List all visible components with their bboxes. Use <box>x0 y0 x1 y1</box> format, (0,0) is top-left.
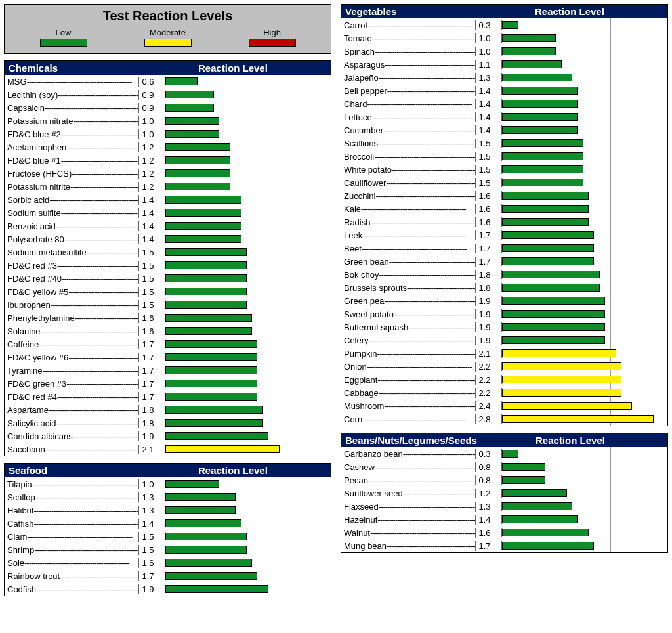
item-name-cell: White potato ---------------------------… <box>344 165 475 175</box>
bar-area <box>501 349 665 358</box>
item-name-cell: FD&C red #40 ---------------------------… <box>7 274 138 284</box>
item-name-cell: Butternut squash -----------------------… <box>344 322 475 332</box>
bar-area <box>501 528 665 537</box>
bar-area <box>501 217 665 227</box>
item-name-cell: Kale -----------------------------------… <box>344 204 475 214</box>
dash-fill: ----------------------------------------… <box>370 217 475 227</box>
item-name: Sorbic acid <box>7 195 49 205</box>
data-row: Cabbage --------------------------------… <box>341 386 667 399</box>
dash-fill: ----------------------------------------… <box>87 248 139 257</box>
bar-area <box>501 112 665 121</box>
data-row: Tilapia --------------------------------… <box>5 477 331 491</box>
item-name: Potassium nitrite <box>7 182 70 192</box>
item-name-cell: Beet -----------------------------------… <box>344 244 475 253</box>
item-value: 2.8 <box>475 414 501 424</box>
data-row: FD&C blue #2 ---------------------------… <box>5 127 331 141</box>
dash-fill: ----------------------------------------… <box>368 20 475 30</box>
rows: Carrot ---------------------------------… <box>341 18 667 426</box>
item-value: 2.2 <box>475 388 501 398</box>
item-name-cell: Tilapia --------------------------------… <box>7 479 138 489</box>
dash-fill: ----------------------------------------… <box>57 392 139 402</box>
bar-area <box>501 388 665 397</box>
dash-fill: ----------------------------------------… <box>64 234 139 244</box>
bar <box>502 515 578 523</box>
bar <box>165 546 247 554</box>
dash-fill: ----------------------------------------… <box>58 90 138 100</box>
item-name-cell: Rainbow trout --------------------------… <box>7 571 138 581</box>
item-value: 1.7 <box>475 541 501 551</box>
item-name: Scallop <box>7 492 35 502</box>
data-row: Lettuce --------------------------------… <box>341 110 667 123</box>
rows: Tilapia --------------------------------… <box>5 477 331 596</box>
bar <box>502 74 573 81</box>
dash-fill: ----------------------------------------… <box>362 244 476 253</box>
item-value: 1.5 <box>475 139 501 148</box>
item-value: 1.0 <box>138 129 164 139</box>
bar <box>502 205 589 213</box>
bar-area <box>165 116 328 125</box>
section-vegetables: VegetablesReaction LevelCarrot ---------… <box>341 4 668 426</box>
bar <box>502 192 589 200</box>
dash-fill: ----------------------------------------… <box>49 195 138 205</box>
dash-fill: ----------------------------------------… <box>41 326 139 336</box>
bar-area <box>501 86 665 95</box>
item-name: Jalapeño <box>344 73 379 83</box>
bar-area <box>165 418 328 427</box>
item-value: 2.2 <box>475 375 501 385</box>
item-name-cell: Benzoic acid ---------------------------… <box>7 221 138 231</box>
legend-moderate-swatch <box>144 39 192 47</box>
data-row: Pumpkin --------------------------------… <box>341 347 667 360</box>
item-value: 1.4 <box>475 99 501 109</box>
dash-fill: ----------------------------------------… <box>34 545 138 555</box>
item-name-cell: FD&C blue #2 ---------------------------… <box>7 129 138 139</box>
section-seafood: SeafoodReaction LevelTilapia -----------… <box>4 463 331 596</box>
item-value: 1.6 <box>138 313 164 323</box>
bar <box>502 271 600 278</box>
item-value: 1.3 <box>138 506 164 515</box>
item-name: FD&C blue #1 <box>7 156 61 165</box>
dash-fill: ----------------------------------------… <box>394 309 476 319</box>
data-row: Beet -----------------------------------… <box>341 242 667 255</box>
dash-fill: ----------------------------------------… <box>367 99 475 109</box>
item-name-cell: Zucchini -------------------------------… <box>344 191 475 201</box>
bar-area <box>165 558 328 567</box>
item-name-cell: Cashew ---------------------------------… <box>344 462 475 472</box>
item-name-cell: Cauliflower ----------------------------… <box>344 178 475 188</box>
rows: Garbanzo bean --------------------------… <box>341 447 667 552</box>
item-name-cell: Cucumber -------------------------------… <box>344 125 475 135</box>
bar <box>502 257 595 265</box>
item-name-cell: Leek -----------------------------------… <box>344 230 475 240</box>
dash-fill: ----------------------------------------… <box>56 221 139 231</box>
item-name: Radish <box>344 217 370 227</box>
item-name-cell: Pumpkin --------------------------------… <box>344 349 475 359</box>
bar <box>165 274 247 282</box>
item-value: 1.7 <box>138 571 164 581</box>
bar-area <box>501 152 665 161</box>
item-value: 1.4 <box>138 519 164 529</box>
item-name: Sweet potato <box>344 309 394 319</box>
item-name: Leek <box>344 230 362 240</box>
dash-fill: ----------------------------------------… <box>61 156 139 165</box>
item-name: Benzoic acid <box>7 221 56 231</box>
item-value: 1.2 <box>138 156 164 165</box>
item-value: 1.4 <box>475 125 501 135</box>
bar-area <box>165 274 328 283</box>
item-name: Aspartame <box>7 405 49 415</box>
item-value: 1.1 <box>475 60 501 70</box>
data-row: Zucchini -------------------------------… <box>341 189 667 202</box>
bar-area <box>165 90 328 99</box>
item-name: Sunflower seed <box>344 489 403 498</box>
dash-fill: ----------------------------------------… <box>39 339 138 349</box>
item-name-cell: Corn -----------------------------------… <box>344 414 475 424</box>
bar <box>165 493 236 501</box>
item-name-cell: Sodium sulfite -------------------------… <box>7 208 138 218</box>
bar <box>502 323 605 331</box>
item-name: Codfish <box>7 584 36 594</box>
item-name: Walnut <box>344 528 370 538</box>
data-row: Sweet potato ---------------------------… <box>341 307 667 320</box>
item-value: 1.6 <box>138 326 164 336</box>
data-row: Sodium metabisulfite -------------------… <box>5 246 331 259</box>
item-value: 1.5 <box>138 248 164 257</box>
item-name: Eggplant <box>344 375 377 385</box>
dash-fill: ----------------------------------------… <box>407 283 475 293</box>
